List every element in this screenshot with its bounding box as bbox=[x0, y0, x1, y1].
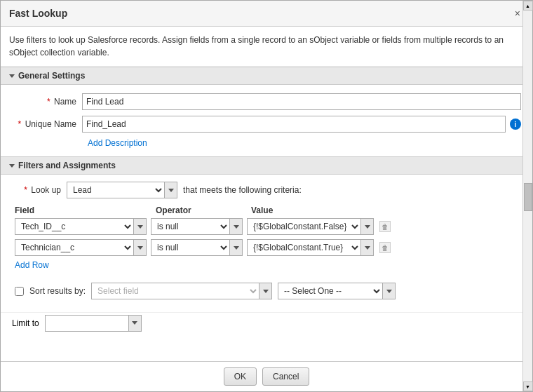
value-dropdown-icon-2 bbox=[365, 246, 370, 250]
limit-dropdown-icon bbox=[132, 321, 137, 325]
lookup-dropdown-button[interactable] bbox=[165, 182, 177, 198]
sort-order-dropdown-icon bbox=[386, 290, 392, 293]
name-row: * Name bbox=[12, 93, 521, 110]
sort-order-dropdown-btn[interactable] bbox=[383, 283, 396, 299]
operator-select-wrapper-2: is null bbox=[151, 239, 243, 256]
scroll-up-arrow[interactable]: ▲ bbox=[523, 1, 533, 11]
limit-input[interactable] bbox=[45, 315, 129, 332]
sort-field-select[interactable]: Select field bbox=[91, 283, 259, 299]
intro-text: Use filters to look up Salesforce record… bbox=[9, 35, 504, 58]
lookup-select[interactable]: Lead bbox=[67, 182, 165, 198]
dialog-intro: Use filters to look up Salesforce record… bbox=[1, 27, 532, 67]
name-label: * Name bbox=[12, 97, 82, 107]
col-header-value: Value bbox=[251, 205, 384, 215]
filter-row-2: Technician__c is null {!$GlobalConstant.… bbox=[12, 239, 521, 256]
criteria-text: that meets the following criteria: bbox=[183, 185, 302, 195]
field-dropdown-btn-1[interactable] bbox=[134, 218, 147, 235]
fast-lookup-dialog: Fast Lookup × Use filters to look up Sal… bbox=[0, 0, 533, 392]
add-row-link[interactable]: Add Row bbox=[15, 260, 521, 270]
unique-name-label: * Unique Name bbox=[12, 119, 82, 129]
delete-row-2-icon: 🗑 bbox=[379, 242, 391, 253]
cancel-button[interactable]: Cancel bbox=[262, 367, 309, 386]
col-header-operator: Operator bbox=[156, 205, 247, 215]
scroll-track[interactable] bbox=[523, 11, 532, 381]
sort-row: Sort results by: Select field -- Select … bbox=[12, 277, 521, 305]
unique-name-input[interactable] bbox=[82, 116, 506, 133]
dialog-title: Fast Lookup bbox=[9, 8, 67, 19]
dialog-footer: OK Cancel bbox=[1, 361, 532, 391]
value-select-wrapper-2: {!$GlobalConstant.True} bbox=[247, 239, 374, 256]
limit-dropdown-btn[interactable] bbox=[129, 315, 142, 332]
filter-row-1: Tech_ID__c is null {!$GlobalConstant.Fal… bbox=[12, 218, 521, 235]
delete-row-1-icon: 🗑 bbox=[379, 221, 391, 232]
filters-section-body: * Look up Lead that meets the following … bbox=[1, 175, 532, 312]
value-dropdown-icon-1 bbox=[365, 225, 370, 229]
value-dropdown-btn-2[interactable] bbox=[361, 239, 374, 256]
field-select-1[interactable]: Tech_ID__c bbox=[15, 218, 134, 235]
scroll-down-arrow[interactable]: ▼ bbox=[523, 381, 533, 391]
field-select-2[interactable]: Technician__c bbox=[15, 239, 134, 256]
sort-order-select[interactable]: -- Select One -- bbox=[278, 283, 383, 299]
lookup-required: * bbox=[24, 185, 27, 195]
value-select-1[interactable]: {!$GlobalConstant.False} bbox=[247, 218, 361, 235]
field-dropdown-icon-1 bbox=[137, 225, 143, 229]
sort-checkbox[interactable] bbox=[15, 287, 24, 296]
collapse-filters-icon[interactable] bbox=[9, 164, 15, 168]
info-icon[interactable]: i bbox=[510, 119, 521, 130]
delete-row-1-button[interactable]: 🗑 bbox=[378, 219, 392, 234]
sort-field-dropdown-btn[interactable] bbox=[259, 283, 272, 299]
filter-col-headers: Field Operator Value bbox=[12, 205, 521, 215]
dialog-header: Fast Lookup × bbox=[1, 1, 532, 27]
unique-name-required: * bbox=[18, 119, 22, 129]
general-settings-body: * Name * Unique Name i Add Description bbox=[1, 85, 532, 156]
field-select-wrapper-2: Technician__c bbox=[15, 239, 147, 256]
lookup-label: * Look up bbox=[12, 185, 61, 195]
name-input[interactable] bbox=[82, 93, 521, 110]
scroll-thumb[interactable] bbox=[524, 183, 532, 211]
sort-label: Sort results by: bbox=[29, 286, 86, 296]
value-select-wrapper-1: {!$GlobalConstant.False} bbox=[247, 218, 374, 235]
lookup-row: * Look up Lead that meets the following … bbox=[12, 182, 521, 198]
operator-select-wrapper-1: is null bbox=[151, 218, 243, 235]
scrollbar: ▲ ▼ bbox=[522, 1, 532, 391]
operator-dropdown-btn-2[interactable] bbox=[230, 239, 243, 256]
lookup-dropdown-icon bbox=[168, 189, 174, 192]
field-dropdown-icon-2 bbox=[137, 246, 143, 250]
name-required: * bbox=[47, 97, 50, 107]
collapse-general-icon[interactable] bbox=[9, 74, 15, 78]
unique-name-field-wrapper: i bbox=[82, 116, 521, 133]
operator-dropdown-btn-1[interactable] bbox=[230, 218, 243, 235]
value-dropdown-btn-1[interactable] bbox=[361, 218, 374, 235]
field-select-wrapper-1: Tech_ID__c bbox=[15, 218, 147, 235]
col-header-field: Field bbox=[15, 205, 151, 215]
ok-button[interactable]: OK bbox=[224, 367, 257, 386]
sort-field-wrapper: Select field bbox=[91, 283, 272, 299]
field-dropdown-btn-2[interactable] bbox=[134, 239, 147, 256]
sort-field-dropdown-icon bbox=[263, 290, 269, 293]
filters-section-label: Filters and Assignments bbox=[18, 161, 116, 170]
general-settings-label: General Settings bbox=[18, 71, 85, 81]
add-description-link[interactable]: Add Description bbox=[88, 138, 147, 148]
partially-visible-row: Limit to bbox=[1, 312, 532, 333]
limit-label: Limit to bbox=[12, 318, 39, 328]
sort-order-wrapper: -- Select One -- bbox=[278, 283, 396, 299]
operator-dropdown-icon-1 bbox=[234, 225, 239, 229]
value-select-2[interactable]: {!$GlobalConstant.True} bbox=[247, 239, 361, 256]
general-settings-header: General Settings bbox=[1, 67, 532, 85]
operator-select-1[interactable]: is null bbox=[151, 218, 230, 235]
operator-select-2[interactable]: is null bbox=[151, 239, 230, 256]
lookup-select-wrapper: Lead bbox=[67, 182, 177, 198]
unique-name-row: * Unique Name i bbox=[12, 116, 521, 133]
operator-dropdown-icon-2 bbox=[234, 246, 239, 250]
filters-section-header: Filters and Assignments bbox=[1, 156, 532, 175]
delete-row-2-button[interactable]: 🗑 bbox=[378, 241, 392, 255]
